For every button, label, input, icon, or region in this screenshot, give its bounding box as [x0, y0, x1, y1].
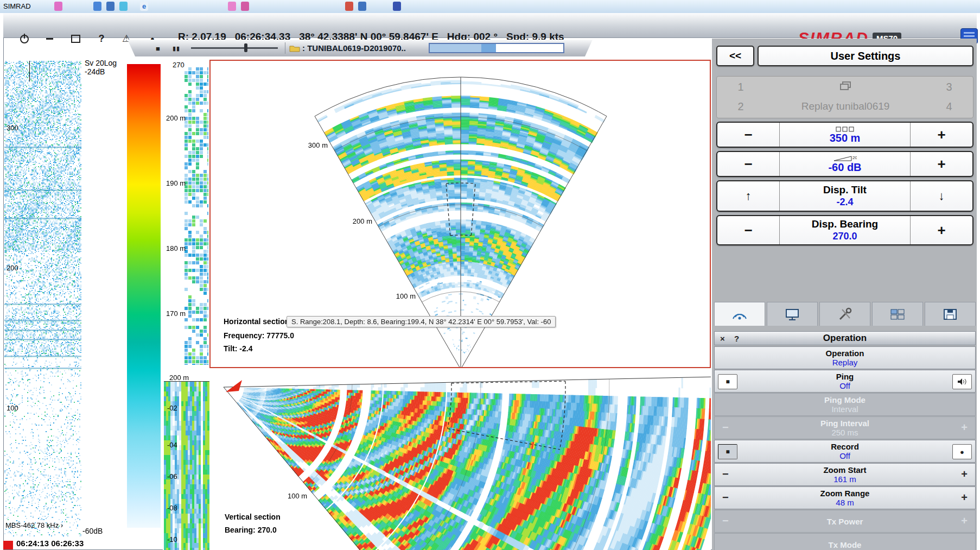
ping-stop-button[interactable]: ■ [718, 374, 737, 389]
cursor-tooltip: S. Range:208.1, Depth: 8.6, Bearing:199.… [287, 316, 556, 327]
record-start-button[interactable]: ● [952, 444, 972, 459]
zoom-start-plus-button[interactable]: + [961, 468, 968, 481]
taskbar-icon[interactable]: e [140, 2, 148, 11]
range-plus-button[interactable]: + [911, 123, 972, 147]
preset-button-2[interactable]: 2 [730, 100, 752, 113]
power-icon [19, 33, 30, 44]
help-button[interactable]: ? [94, 31, 109, 46]
taskbar-icon[interactable] [393, 2, 401, 11]
tilt-down-button[interactable]: ↓ [911, 181, 972, 211]
preset-group: 1 2 3 4 Replay tunibal0619 [716, 76, 973, 118]
svg-text:20: 20 [852, 155, 857, 160]
minimize-button[interactable] [42, 31, 56, 46]
op-row-ping[interactable]: ■ Ping Off [714, 370, 976, 393]
replay-file-label[interactable]: : TUNIBAL0619-D2019070.. [302, 43, 406, 53]
preset-button-1[interactable]: 1 [730, 81, 752, 93]
echogram-canvas[interactable] [4, 61, 81, 536]
preset-button-4[interactable]: 4 [938, 100, 960, 113]
preset-button-3[interactable]: 3 [938, 81, 960, 93]
wrench-icon [837, 307, 853, 321]
ping-interval-minus-button[interactable]: − [722, 421, 729, 434]
tx-power-minus-button[interactable]: − [722, 515, 729, 527]
playback-slider-track[interactable] [191, 47, 278, 49]
gain-display: 20 -60 dB [779, 152, 911, 176]
zoom-start-minus-button[interactable]: − [722, 468, 729, 481]
user-settings-button[interactable]: User Settings [758, 46, 973, 66]
window-layout-icon [889, 307, 906, 321]
tilt-display: Disp. Tilt -2.4 [779, 181, 911, 211]
tilt-label: Disp. Tilt [823, 184, 867, 196]
taskbar-icon[interactable] [119, 2, 128, 11]
taskbar-icon[interactable] [358, 2, 366, 11]
tilt-up-button[interactable]: ↑ [717, 181, 779, 211]
strip-range-label: 170 m [166, 309, 186, 318]
bearing-display: Disp. Bearing 270.0 [779, 216, 911, 244]
hsection-ring-label: 100 m [381, 292, 416, 300]
operation-panel-title: Operation [823, 333, 867, 343]
op-row-zoom-range[interactable]: − Zoom Range 48 m + [714, 486, 976, 509]
help-icon: ? [99, 33, 105, 45]
tab-storage[interactable] [925, 302, 976, 326]
op-row-tx-power[interactable]: − Tx Power + [714, 510, 976, 533]
colorbar-gradient [127, 64, 161, 528]
tab-windows[interactable] [872, 302, 923, 326]
progress-fill-head [481, 44, 496, 52]
ping-single-button[interactable] [952, 374, 972, 389]
op-row-record[interactable]: ■ Record Off ● [714, 440, 976, 463]
window-titlebar: ? ⚠ ● R: 2.07.1906:26:34.3338° 42.3388' … [3, 13, 977, 38]
bearing-plus-button[interactable]: + [911, 216, 972, 244]
tab-display[interactable] [767, 302, 818, 326]
taskbar-icon[interactable] [345, 2, 353, 11]
progress-fill [430, 44, 481, 52]
tilt-value: -2.4 [836, 196, 853, 208]
operation-panel-header: × ? Operation [714, 331, 976, 345]
save-icon [942, 307, 958, 321]
vstrip-depth-label: -02 [167, 404, 177, 412]
tab-setup[interactable] [819, 302, 870, 326]
taskbar-icon[interactable] [228, 2, 236, 11]
playback-slider-thumb[interactable] [244, 43, 247, 52]
gain-minus-button[interactable]: − [717, 152, 779, 176]
zoom-range-plus-button[interactable]: + [961, 491, 968, 504]
desktop-label: SIMRAD [3, 2, 31, 10]
strip-range-label: 200 m [166, 114, 186, 122]
taskbar-icon[interactable] [241, 2, 249, 11]
range-minus-button[interactable]: − [717, 123, 779, 147]
record-stop-button[interactable]: ■ [718, 444, 737, 459]
replay-progress-bar[interactable] [429, 43, 564, 53]
maximize-button[interactable] [68, 31, 82, 46]
op-row-zoom-start[interactable]: − Zoom Start 161 m + [714, 463, 976, 486]
pause-button[interactable]: ▮▮ [170, 42, 183, 55]
zoom-range-minus-button[interactable]: − [722, 491, 729, 504]
colorbar-min-label: -60dB [82, 527, 103, 535]
bearing-minus-button[interactable]: − [717, 216, 779, 244]
ping-interval-plus-button[interactable]: + [961, 421, 968, 434]
taskbar-icon[interactable] [54, 2, 62, 11]
echogram-range-label: 200 [7, 264, 18, 272]
gain-plus-button[interactable]: + [911, 152, 972, 176]
hsection-ring-label: 200 m [338, 217, 372, 225]
hsection-ring-label: 300 m [293, 141, 328, 149]
op-row-ping-mode[interactable]: Ping Mode Interval [714, 393, 976, 416]
panel-help-button[interactable]: ? [734, 334, 739, 343]
tab-sonar[interactable] [714, 302, 765, 326]
stop-button[interactable]: ■ [151, 42, 164, 55]
strip-range-label: 190 m [166, 179, 186, 187]
channel-label[interactable]: MBS-462 78 kHz › [5, 521, 63, 529]
panel-close-button[interactable]: × [720, 334, 725, 343]
power-button[interactable] [17, 31, 31, 46]
record-dot-icon: ● [960, 448, 964, 456]
vsection-ring-label: 100 m [288, 492, 307, 500]
maximize-icon [71, 35, 80, 43]
op-row-tx-mode[interactable]: Tx Mode [714, 533, 976, 550]
taskbar-icon[interactable] [106, 2, 114, 11]
divider [285, 42, 285, 54]
op-row-ping-interval[interactable]: − Ping Interval 250 ms + [714, 416, 976, 439]
tx-power-plus-button[interactable]: + [961, 515, 968, 527]
record-marker [3, 541, 13, 549]
op-row-operation[interactable]: Operation Replay [714, 346, 976, 369]
sonar-icon [731, 307, 748, 321]
vertical-section-canvas[interactable] [209, 372, 711, 550]
taskbar-icon[interactable] [93, 2, 101, 11]
sidebar-collapse-button[interactable]: << [716, 46, 754, 66]
